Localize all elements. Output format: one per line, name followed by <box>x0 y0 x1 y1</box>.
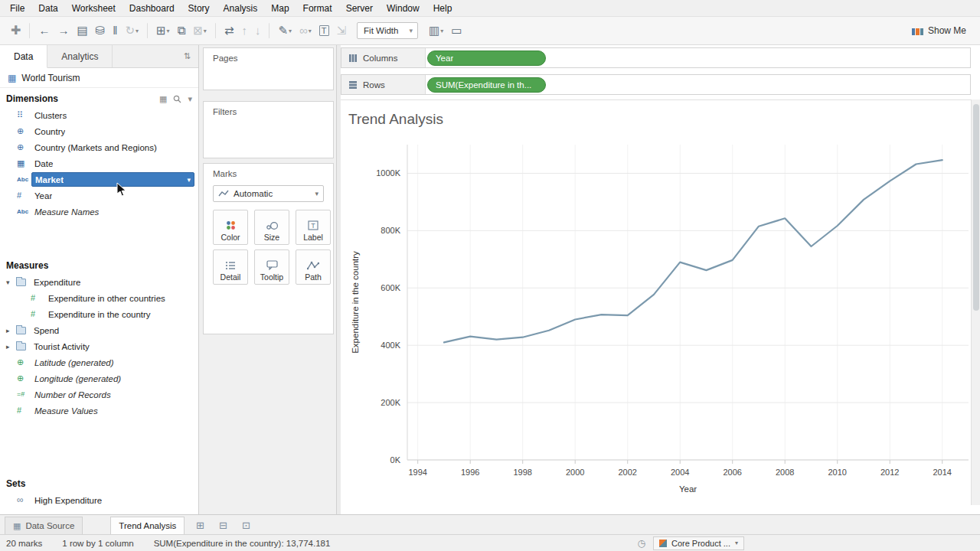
run-update-icon[interactable]: ↻ ▾ <box>122 22 142 39</box>
columns-shelf[interactable]: Columns Year <box>341 47 971 68</box>
vertical-scrollbar[interactable] <box>971 99 980 505</box>
menu-item[interactable]: Dashboard <box>122 2 181 15</box>
trend-line-chart[interactable]: 0K200K400K600K800K1000K19941996199820002… <box>341 100 971 506</box>
presentation-mode-icon[interactable]: ▭ <box>448 22 465 39</box>
measures-header: Measures <box>0 255 198 274</box>
mark-type-dropdown[interactable]: Automatic ▾ <box>213 185 324 202</box>
datasource-item[interactable]: ▦ World Tourism <box>0 68 198 88</box>
folder-spend[interactable]: ▸ Spend <box>0 322 198 338</box>
fix-axes-icon[interactable]: ⇲ <box>334 22 350 39</box>
tooltip-button[interactable]: Tooltip <box>254 249 289 285</box>
field-year[interactable]: # Year <box>0 187 198 204</box>
menu-item[interactable]: Data <box>31 2 64 15</box>
x-tick-label: 2010 <box>828 468 846 477</box>
menu-item[interactable]: Format <box>296 2 339 15</box>
panel-pin-icon[interactable]: ⇅ <box>176 45 198 67</box>
new-datasource-icon[interactable]: ⛁ <box>93 22 109 39</box>
x-tick-label: 2014 <box>933 468 952 477</box>
data-panel-tabs: Data Analytics ⇅ <box>0 45 198 68</box>
tableau-logo-icon[interactable]: ✚ <box>8 22 24 39</box>
field-latitude-generated[interactable]: ⊕ Latitude (generated) <box>0 354 198 370</box>
field-market[interactable]: Abc Market ▾ <box>0 171 198 187</box>
folder-caret-icon[interactable]: ▸ <box>6 343 16 350</box>
show-me-button[interactable]: Show Me <box>906 23 972 38</box>
tab-data-source[interactable]: ▦ Data Source <box>5 517 83 534</box>
menu-item[interactable]: Map <box>264 2 296 15</box>
rows-shelf[interactable]: Rows SUM(Expenditure in th... <box>341 74 971 95</box>
dropdown-caret-icon: ▾ <box>136 28 139 34</box>
field-country-markets-and-regions[interactable]: ⊕ Country (Markets and Regions) <box>0 139 198 155</box>
menu-item[interactable]: Worksheet <box>65 2 122 15</box>
dropdown-caret-icon: ▾ <box>735 540 738 546</box>
field-expenditure-in-other-countries[interactable]: # Expenditure in other countries <box>0 290 198 306</box>
new-worksheet-icon[interactable]: ⊞ ▾ <box>153 22 173 39</box>
new-worksheet-tab-icon[interactable]: ⊞ <box>191 517 209 534</box>
save-icon[interactable]: ▤ <box>74 22 90 39</box>
dimensions-header: Dimensions ▦ ▾ <box>0 88 198 107</box>
field-type-icon: ⊕ <box>17 358 31 367</box>
folder-caret-icon[interactable]: ▾ <box>6 279 16 286</box>
menu-item[interactable]: Window <box>380 2 426 15</box>
label-button[interactable]: T Label <box>296 210 331 245</box>
menu-item[interactable]: Story <box>181 2 217 15</box>
pill-sum-expenditure[interactable]: SUM(Expenditure in th... <box>427 77 546 93</box>
size-button[interactable]: Size <box>254 210 289 245</box>
detail-button[interactable]: Detail <box>213 249 248 285</box>
undo-icon[interactable]: ← <box>35 22 53 39</box>
folder-expenditure[interactable]: ▾ Expenditure <box>0 274 198 290</box>
show-hide-cards-icon[interactable]: ▥ ▾ <box>426 22 446 39</box>
new-story-tab-icon[interactable]: ⊡ <box>237 517 255 534</box>
field-date[interactable]: ▦ Date <box>0 155 198 171</box>
x-tick-label: 2004 <box>671 468 689 477</box>
view-data-icon[interactable]: ▦ <box>159 94 167 104</box>
field-clusters[interactable]: ⠿ Clusters <box>0 107 198 123</box>
fit-selector[interactable]: Fit Width ▾ <box>357 22 418 39</box>
swap-rows-columns-icon[interactable]: ⇄ <box>221 22 237 39</box>
trend-line <box>444 160 942 342</box>
field-measure-names[interactable]: Abc Measure Names <box>0 204 198 220</box>
field-measure-values[interactable]: # Measure Values <box>0 403 198 419</box>
set-high-expenditure[interactable]: ∞ High Expenditure <box>0 492 198 508</box>
tab-analytics[interactable]: Analytics <box>47 45 113 67</box>
highlight-icon[interactable]: ✎ ▾ <box>275 22 295 39</box>
folder-tourist-activity[interactable]: ▸ Tourist Activity <box>0 338 198 354</box>
new-dashboard-tab-icon[interactable]: ⊟ <box>214 517 232 534</box>
pause-auto-updates-icon[interactable]: ‖ <box>109 22 120 39</box>
redo-icon[interactable]: → <box>54 22 72 39</box>
y-tick-label: 600K <box>381 283 400 292</box>
color-button[interactable]: Color <box>213 210 248 245</box>
search-fields-icon[interactable] <box>173 95 181 103</box>
duplicate-sheet-icon[interactable]: ⧉ <box>175 22 189 39</box>
path-button[interactable]: Path <box>296 249 331 285</box>
clear-sheet-icon[interactable]: ⊠ ▾ <box>190 22 210 39</box>
menu-item[interactable]: Server <box>339 2 380 15</box>
menu-item[interactable]: File <box>3 2 31 15</box>
status-grid-size: 1 row by 1 column <box>62 539 133 548</box>
marks-card-label: Marks <box>204 164 333 178</box>
pill-year[interactable]: Year <box>427 51 546 66</box>
sort-ascending-icon[interactable]: ↑ <box>238 22 250 39</box>
size-icon <box>266 220 278 230</box>
group-members-icon[interactable]: ∞ ▾ <box>296 22 315 39</box>
y-tick-label: 200K <box>381 398 400 407</box>
history-icon[interactable]: ◷ <box>637 538 645 549</box>
tab-data[interactable]: Data <box>0 45 47 68</box>
tab-trend-analysis[interactable]: Trend Analysis <box>110 517 185 534</box>
menu-item[interactable]: Analysis <box>217 2 265 15</box>
fields-menu-caret-icon[interactable]: ▾ <box>188 94 192 104</box>
field-dropdown-caret-icon[interactable]: ▾ <box>187 176 191 184</box>
show-mark-labels-icon[interactable]: T <box>316 23 332 38</box>
product-selector[interactable]: Core Product ... ▾ <box>653 536 744 550</box>
field-label: Spend <box>34 326 59 335</box>
scrollbar-thumb[interactable] <box>973 104 979 311</box>
field-expenditure-in-the-country[interactable]: # Expenditure in the country <box>0 306 198 322</box>
sort-descending-icon[interactable]: ↓ <box>252 22 264 39</box>
field-number-of-records[interactable]: =# Number of Records <box>0 386 198 403</box>
filters-shelf[interactable]: Filters <box>203 101 334 158</box>
folder-caret-icon[interactable]: ▸ <box>6 327 16 334</box>
field-country[interactable]: ⊕ Country <box>0 123 198 139</box>
field-longitude-generated[interactable]: ⊕ Longitude (generated) <box>0 370 198 386</box>
worksheet-area: Columns Year Rows SUM(Expenditure in th.… <box>341 45 980 514</box>
pages-shelf[interactable]: Pages <box>203 47 334 90</box>
menu-item[interactable]: Help <box>426 2 459 15</box>
